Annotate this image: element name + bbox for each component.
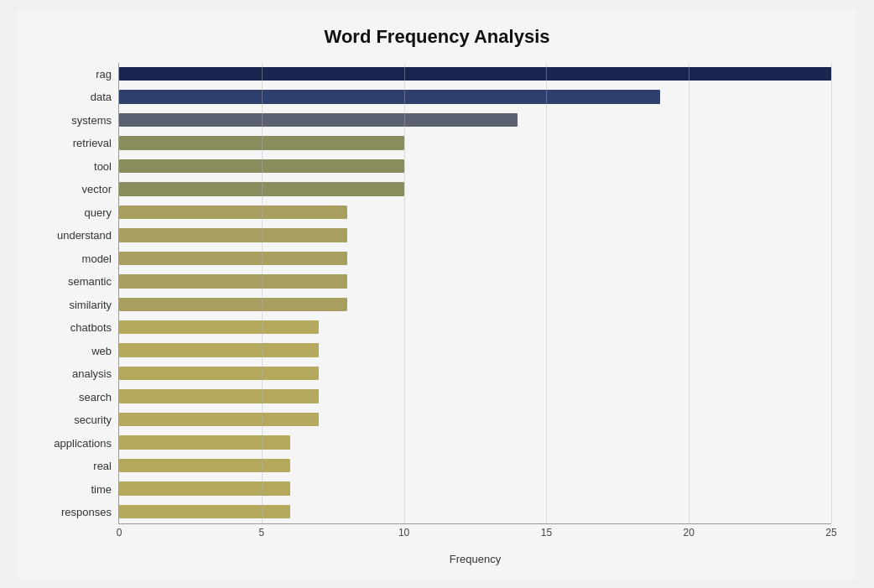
y-label: search [43,392,112,403]
x-grid-line [689,63,689,523]
y-label: systems [43,115,112,126]
x-grid-line [262,63,263,523]
bar [119,274,347,288]
x-tick: 5 [258,527,264,539]
bar [119,298,347,311]
x-tick: 0 [117,527,122,539]
y-label: responses [43,507,112,518]
bar-row [119,247,831,269]
bar [119,481,290,495]
bar-row [119,500,831,523]
bar [119,413,319,426]
bar [119,67,831,81]
bar-row [119,132,831,154]
chart-title: Word Frequency Analysis [43,26,831,48]
y-label: security [43,414,112,425]
bar-row [119,200,831,223]
x-tick: 25 [825,527,836,539]
bar-row [119,63,831,86]
bar [119,459,290,472]
y-label: tool [43,161,112,172]
y-label: time [43,484,112,495]
bar [119,389,319,403]
bar-row [119,293,831,315]
bar [119,367,319,380]
x-grid-line [831,63,832,523]
chart-area: ragdatasystemsretrievaltoolvectorqueryun… [43,63,831,524]
x-tick: 10 [398,527,409,539]
y-label: understand [43,230,112,241]
bar-row [119,339,831,362]
y-label: rag [43,69,112,80]
y-label: vector [43,184,112,195]
bar-row [119,224,831,247]
chart-container: Word Frequency Analysis ragdatasystemsre… [18,9,856,580]
bar [119,435,290,449]
x-grid-line [404,63,405,523]
bar-row [119,315,831,338]
bar-row [119,154,831,177]
bar [119,320,319,334]
bar [119,252,347,265]
bar [119,113,518,127]
bar-row [119,431,831,454]
bar [119,206,347,219]
y-label: semantic [43,276,112,287]
bar [119,90,660,103]
bar-row [119,385,831,408]
bar-row [119,270,831,293]
bars-area: 0510152025Frequency [118,63,831,524]
y-label: web [43,346,112,356]
bar-row [119,454,831,476]
bar [119,343,319,356]
bar-row [119,408,831,430]
bar-row [119,178,831,200]
bar-row [119,86,831,108]
x-tick: 20 [684,527,695,539]
bar-row [119,108,831,131]
x-axis-label: Frequency [450,553,501,565]
x-tick: 15 [541,527,552,539]
y-label: similarity [43,299,112,310]
y-axis: ragdatasystemsretrievaltoolvectorqueryun… [43,63,118,524]
y-label: data [43,91,112,102]
bar [119,505,290,518]
y-label: applications [43,438,112,449]
bar [119,228,347,242]
bar-row [119,477,831,500]
x-grid-line [546,63,547,523]
y-label: query [43,207,112,218]
y-label: retrieval [43,138,112,148]
bar-row [119,362,831,384]
x-axis: 0510152025 [119,527,831,544]
y-label: analysis [43,368,112,379]
y-label: chatbots [43,322,112,333]
y-label: model [43,253,112,264]
y-label: real [43,461,112,471]
